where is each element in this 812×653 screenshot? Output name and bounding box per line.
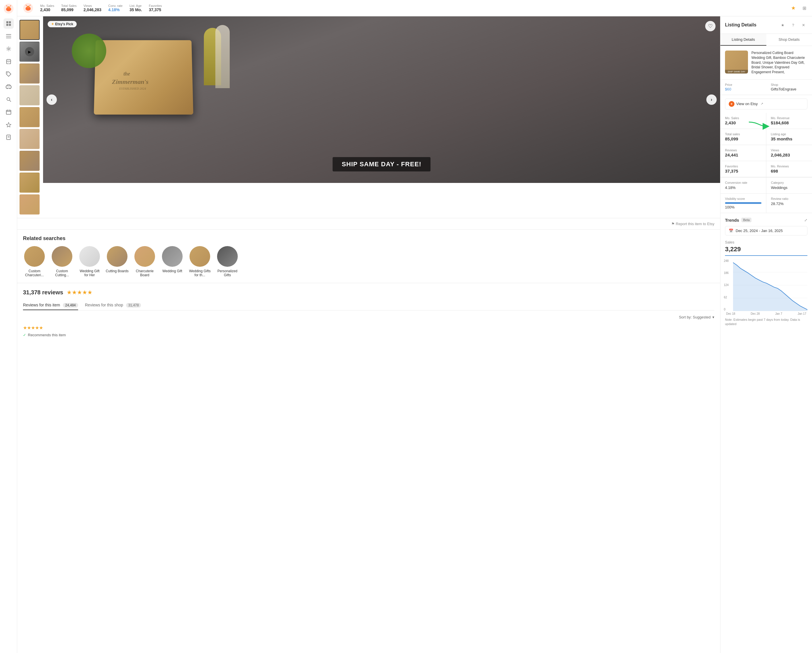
thumbnail-1[interactable] [20,20,40,40]
panel-tab-listing[interactable]: Listing Details [720,34,766,46]
app-logo[interactable] [3,3,14,14]
date-range-value: Dec 25, 2024 - Jan 16, 2025 [736,229,783,233]
related-item-4[interactable]: Charcuterie Board [133,246,156,277]
detail-conv-rate-label: Conversion rate [725,181,762,185]
topbar-grid-icon[interactable]: ⊞ [803,5,806,11]
svg-point-18 [9,88,11,89]
thumbnail-2[interactable]: ▶ [20,42,40,62]
date-picker[interactable]: 📅 Dec 25, 2024 - Jan 16, 2025 [725,226,807,235]
trends-note: Note: Estimates begin past 7 days from t… [725,317,807,326]
thumbnail-8[interactable] [20,172,40,193]
stat-total-sales-label: Total sales [725,133,762,136]
panel-title: Listing Details [725,22,756,27]
related-item-3[interactable]: Cutting Boards [106,246,129,277]
thumbnail-5[interactable] [20,107,40,127]
sidebar-icon-apps[interactable] [3,18,14,29]
panel-price-value: $60 [725,87,762,91]
chart-x-labels: Dec 18 Dec 28 Jan 7 Jan 17 [725,312,807,315]
svg-rect-14 [8,62,9,64]
sidebar-icon-car[interactable] [3,82,14,92]
view-on-etsy-button[interactable]: e View on Etsy ↗ [725,99,807,110]
detail-category-value: Weddings [771,186,807,190]
y-label-248: 248 [724,259,729,262]
stat-mo-reviews-label: Mo. Reviews [771,165,808,168]
listing-details-panel: Listing Details ★ ? ✕ Listing Details Sh… [720,16,812,653]
trends-expand-icon[interactable]: ⤢ [804,218,807,222]
next-image-button[interactable]: › [706,95,717,105]
detail-conv-rate-value: 4.18% [725,186,762,190]
detail-row-conv: Conversion rate 4.18% Category Weddings [720,177,812,194]
sidebar-icon-tag[interactable] [3,69,14,79]
sidebar-icon-settings[interactable] [3,44,14,54]
related-item-2[interactable]: Wedding Gift for Her [78,246,101,277]
review-tab-shop[interactable]: Reviews for this shop 31,478 [85,301,141,310]
panel-product-title: Personalized Cutting Board Wedding Gift,… [751,50,807,75]
sidebar-icon-calendar[interactable] [3,107,14,117]
related-item-6[interactable]: Wedding Gifts for th... [188,246,211,277]
thumbnail-4[interactable] [20,85,40,105]
review-tab-item[interactable]: Reviews for this item 24,484 [23,301,78,310]
svg-point-15 [7,73,8,73]
stat-favorites: Favorites 37,375 [720,161,766,177]
view-etsy-label: View on Etsy [736,102,758,106]
visibility-bar-fill [725,202,762,204]
panel-star-icon[interactable]: ★ [779,21,787,29]
ship-banner: SHIP SAME DAY - FREE! [333,157,430,171]
panel-close-icon[interactable]: ✕ [799,21,807,29]
stat-reviews-label: Reviews [725,148,762,152]
panel-price-row: Price $60 Shop GiftsToEngrave [720,79,812,95]
related-circle-2 [79,246,100,267]
thumbnail-3[interactable] [20,64,40,84]
trends-section: Trends Beta ⤢ 📅 Dec 25, 2024 - Jan 16, 2… [720,213,812,331]
thumbnail-6[interactable] [20,129,40,149]
panel-header-icons: ★ ? ✕ [779,21,807,29]
panel-help-icon[interactable]: ? [789,21,797,29]
panel-price-field: Price $60 [725,83,762,91]
related-label-5: Wedding Gift [162,269,182,273]
svg-rect-21 [6,110,11,114]
stat-total-sales: Total sales 85,099 [720,129,766,145]
y-label-0: 0 [724,308,729,311]
topbar-star-icon[interactable]: ★ [791,5,796,11]
stat-views-value: 2,046,283 [771,153,808,157]
metric-conv-rate-label: Conv. rate [108,4,123,8]
related-circle-4 [134,246,155,267]
sort-chevron-icon[interactable]: ▾ [712,315,714,319]
beta-badge: Beta [741,218,751,222]
sort-row: Sort by: Suggested ▾ [23,315,714,319]
trends-sales-value: 3,229 [725,246,807,256]
detail-conv-rate: Conversion rate 4.18% [720,177,766,193]
prev-image-button[interactable]: ‹ [47,95,57,105]
sidebar-icon-menu[interactable] [3,31,14,41]
detail-review-ratio-value: 28.72% [771,201,807,206]
panel-tab-shop[interactable]: Shop Details [766,34,812,46]
sidebar-icon-book[interactable] [3,132,14,142]
sidebar-icon-search[interactable] [3,94,14,105]
svg-rect-9 [6,34,11,35]
stat-mo-reviews-value: 698 [771,169,808,174]
metric-mo-sales-label: Mo. Sales [40,4,54,8]
report-button[interactable]: ⚑ Report this item to Etsy [671,222,714,226]
stat-mo-sales-label: Mo. Sales [725,116,762,120]
metric-total-sales-value: 85,099 [61,8,73,12]
visibility-bar-wrap [725,202,762,204]
related-label-7: Personalized Gifts [216,269,239,277]
svg-rect-10 [6,36,11,37]
review-tab-item-badge: 24,484 [63,303,78,308]
related-searches-grid: Custom Charcuteri... Custom Cutting... W… [23,246,714,277]
metric-list-age-label: List. Age [130,4,142,8]
reviews-section: 31,378 reviews ★★★★★ Reviews for this it… [17,283,720,343]
thumbnail-7[interactable] [20,151,40,171]
related-item-0[interactable]: Custom Charcuteri... [23,246,46,277]
thumbnail-9[interactable] [20,194,40,215]
related-label-3: Cutting Boards [106,269,128,273]
product-main: ▶ [17,16,720,218]
heart-button[interactable]: ♡ [705,21,716,31]
related-item-1[interactable]: Custom Cutting... [50,246,73,277]
y-label-186: 186 [724,272,729,275]
sidebar-icon-store[interactable] [3,56,14,67]
related-item-5[interactable]: Wedding Gift [161,246,184,277]
related-item-7[interactable]: Personalized Gifts [216,246,239,277]
sidebar-icon-star[interactable] [3,119,14,130]
chart-svg [733,259,807,311]
